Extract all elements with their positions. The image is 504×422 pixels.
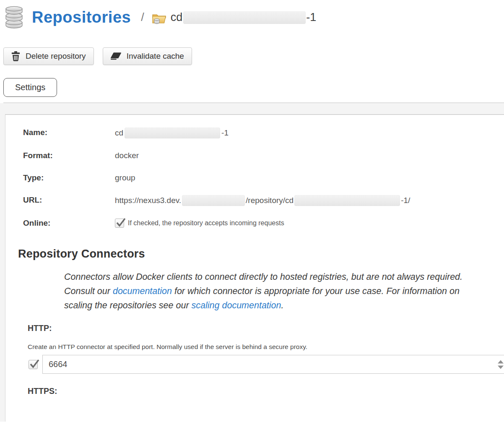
database-icon — [4, 6, 24, 29]
breadcrumb-repository-name: cd -1 — [171, 10, 317, 24]
name-value-suffix: -1 — [221, 128, 229, 138]
toolbar: Delete repository Invalidate cache — [3, 47, 504, 65]
connectors-note: Connectors allow Docker clients to conne… — [64, 270, 463, 313]
online-checkbox[interactable] — [115, 219, 124, 228]
http-port-field-wrap — [42, 355, 504, 374]
repo-name-suffix: -1 — [306, 11, 316, 24]
form-row-name: Name: cd -1 — [23, 128, 504, 138]
breadcrumb-separator-slash: / — [141, 11, 144, 24]
redacted-url-host-segment — [182, 195, 245, 206]
name-value: cd -1 — [115, 128, 229, 138]
http-port-input[interactable] — [42, 355, 504, 374]
https-connector-label: HTTPS: — [28, 386, 504, 396]
http-connector-checkbox[interactable] — [29, 360, 38, 369]
checkmark-icon — [29, 357, 39, 369]
form-row-online: Online: If checked, the repository accep… — [23, 218, 504, 228]
stepper-up-icon[interactable] — [498, 360, 504, 363]
redacted-url-repo-segment — [294, 195, 400, 206]
trash-icon — [11, 51, 20, 61]
page-header: Repositories / cd -1 — [4, 5, 504, 29]
url-part3: -1/ — [401, 195, 410, 206]
delete-repository-label: Delete repository — [26, 52, 86, 61]
format-label: Format: — [23, 151, 115, 161]
repository-group-folder-icon — [152, 10, 167, 25]
url-part1: https://nexus3.dev. — [115, 195, 181, 206]
checkmark-icon — [116, 216, 126, 228]
redacted-name-segment — [125, 128, 220, 138]
format-value: docker — [115, 151, 139, 161]
repo-name-prefix: cd — [171, 11, 183, 24]
redacted-repo-name — [183, 11, 306, 24]
url-label: URL: — [23, 195, 115, 206]
settings-panel: Name: cd -1 Format: docker Type: group U… — [5, 114, 504, 422]
repository-connectors-heading: Repository Connectors — [18, 247, 504, 260]
online-value: If checked, the repository accepts incom… — [115, 218, 284, 228]
url-part2: /repository/cd — [246, 195, 294, 206]
page-title[interactable]: Repositories — [32, 8, 131, 26]
name-value-prefix: cd — [115, 128, 123, 138]
name-label: Name: — [23, 128, 115, 138]
invalidate-cache-button[interactable]: Invalidate cache — [103, 47, 192, 65]
invalidate-cache-label: Invalidate cache — [127, 52, 184, 61]
http-port-row — [29, 355, 504, 374]
type-label: Type: — [23, 173, 115, 183]
stepper-down-icon[interactable] — [498, 365, 504, 369]
tab-bar: Settings — [3, 78, 504, 103]
online-help-text: If checked, the repository accepts incom… — [128, 219, 284, 228]
scaling-documentation-link[interactable]: scaling documentation — [192, 300, 281, 310]
content-area: Name: cd -1 Format: docker Type: group U… — [0, 103, 504, 422]
tab-settings[interactable]: Settings — [3, 78, 57, 97]
eraser-icon — [111, 52, 121, 60]
url-value: https://nexus3.dev. /repository/cd -1/ — [115, 195, 410, 206]
port-stepper[interactable] — [498, 360, 504, 369]
form-row-url: URL: https://nexus3.dev. /repository/cd … — [23, 195, 504, 206]
http-connector-help: Create an HTTP connector at specified po… — [28, 343, 504, 351]
form-row-format: Format: docker — [23, 151, 504, 161]
note-part3: . — [281, 300, 284, 310]
type-value: group — [115, 173, 135, 183]
documentation-link[interactable]: documentation — [113, 286, 172, 296]
form-row-type: Type: group — [23, 173, 504, 183]
http-connector-label: HTTP: — [28, 323, 504, 333]
delete-repository-button[interactable]: Delete repository — [3, 47, 94, 65]
online-label: Online: — [23, 218, 115, 228]
